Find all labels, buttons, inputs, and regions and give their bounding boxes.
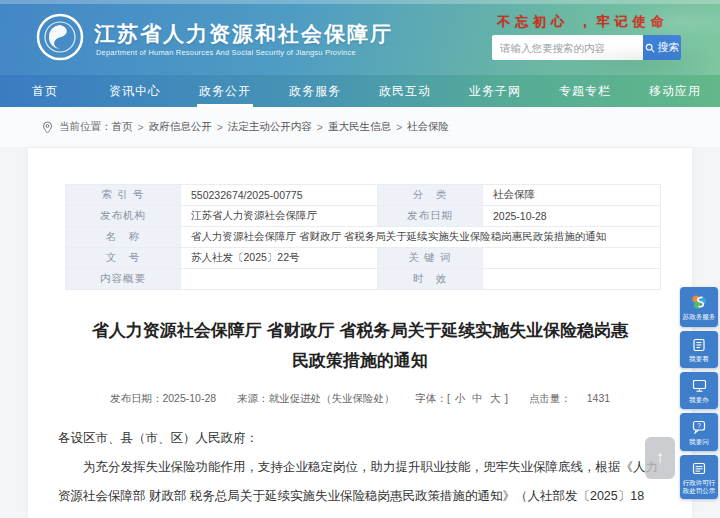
- nav-item-business-subnet[interactable]: 业务子网: [450, 75, 540, 107]
- su-gov-service-button[interactable]: 苏政务服务: [680, 287, 718, 327]
- search-bar: 搜索: [492, 35, 681, 60]
- font-size-small-button[interactable]: 小: [455, 392, 466, 404]
- gov-service-s-logo-icon: [690, 294, 708, 311]
- float-button-label: 我要问: [689, 438, 709, 446]
- validity-value: [483, 269, 661, 290]
- publish-date-value: 2025-10-28: [483, 206, 661, 227]
- source-value: 就业促进处（失业保险处）: [269, 392, 395, 404]
- validity-label: 时 效: [378, 269, 483, 290]
- content-card: 索 引 号 550232674/2025-00775 分 类 社会保障 发布机构…: [28, 148, 692, 518]
- breadcrumb-prefix: 当前位置：: [59, 120, 112, 134]
- search-icon: [645, 43, 655, 53]
- monitor-icon: [692, 377, 707, 394]
- department-logo-icon: [36, 13, 84, 61]
- index-number-label: 索 引 号: [66, 185, 181, 206]
- article-paragraph: 为充分发挥失业保险功能作用，支持企业稳定岗位，助力提升职业技能，兜牢失业保障底线…: [58, 453, 662, 518]
- i-want-ask-button[interactable]: ? 我要问: [680, 413, 718, 451]
- float-button-label: 行政许可行政处罚公示: [681, 479, 717, 495]
- summary-label: 内容概要: [66, 269, 181, 290]
- float-button-label: 苏政务服务: [683, 313, 716, 321]
- breadcrumb-link-home[interactable]: 首页: [112, 120, 133, 134]
- breadcrumb-separator: >: [217, 121, 223, 133]
- i-want-read-button[interactable]: 我要看: [680, 331, 718, 368]
- nav-item-home[interactable]: 首页: [0, 75, 90, 107]
- publish-date-meta-label: 发布日期：: [110, 392, 163, 404]
- table-row: 索 引 号 550232674/2025-00775 分 类 社会保障: [66, 185, 661, 206]
- svg-text:?: ?: [697, 422, 701, 429]
- main-nav: 首页 资讯中心 政务公开 政务服务 政民互动 业务子网 专题专栏 移动应用: [0, 75, 720, 107]
- document-info-table: 索 引 号 550232674/2025-00775 分 类 社会保障 发布机构…: [65, 184, 661, 290]
- search-button[interactable]: 搜索: [643, 35, 681, 60]
- float-button-label: 我要看: [689, 355, 709, 363]
- source-label: 来源：: [237, 392, 269, 404]
- header-banner: 江苏省人力资源和社会保障厅 Department of Human Resour…: [0, 0, 720, 75]
- publish-date-label: 发布日期: [378, 206, 483, 227]
- breadcrumb-link-statutory-content[interactable]: 法定主动公开内容: [228, 120, 312, 134]
- site-subtitle: Department of Human Resources And Social…: [96, 48, 356, 57]
- doc-number-value: 苏人社发〔2025〕22号: [181, 248, 378, 269]
- font-size-label: 字体：[: [415, 392, 449, 404]
- breadcrumb-link-info-disclosure[interactable]: 政府信息公开: [149, 120, 212, 134]
- question-bubble-icon: ?: [692, 419, 706, 436]
- floating-toolbar: 苏政务服务 我要看 我要办: [680, 287, 718, 499]
- float-button-label: 我要办: [689, 396, 709, 404]
- breadcrumb-separator: >: [138, 121, 144, 133]
- index-number-value: 550232674/2025-00775: [181, 185, 378, 206]
- font-size-medium-button[interactable]: 中: [472, 392, 483, 404]
- breadcrumb-link-livelihood-info[interactable]: 重大民生信息: [328, 120, 391, 134]
- article-meta: 发布日期：2025-10-28 来源：就业促进处（失业保险处） 字体：[ 小 中…: [28, 392, 692, 406]
- slogan-text: 不忘初心 ，牢记使命: [497, 13, 687, 31]
- breadcrumb-separator: >: [396, 121, 402, 133]
- article-body: 各设区市、县（市、区）人民政府： 为充分发挥失业保险功能作用，支持企业稳定岗位，…: [58, 424, 662, 518]
- doc-number-label: 文 号: [66, 248, 181, 269]
- nav-item-gov-disclosure[interactable]: 政务公开: [180, 75, 270, 107]
- nav-item-mobile-apps[interactable]: 移动应用: [630, 75, 720, 107]
- page: 江苏省人力资源和社会保障厅 Department of Human Resour…: [0, 0, 720, 518]
- list-icon: [692, 460, 706, 477]
- nav-item-news-center[interactable]: 资讯中心: [90, 75, 180, 107]
- nav-item-interaction[interactable]: 政民互动: [360, 75, 450, 107]
- keywords-label: 关 键 词: [378, 248, 483, 269]
- i-want-do-button[interactable]: 我要办: [680, 372, 718, 409]
- hits-label: 点击量：: [529, 392, 571, 404]
- nav-item-gov-services[interactable]: 政务服务: [270, 75, 360, 107]
- location-pin-icon: [42, 121, 53, 134]
- book-icon: [692, 336, 706, 353]
- category-label: 分 类: [378, 185, 483, 206]
- agency-value: 江苏省人力资源社会保障厅: [181, 206, 378, 227]
- agency-label: 发布机构: [66, 206, 181, 227]
- article-salutation: 各设区市、县（市、区）人民政府：: [58, 424, 662, 453]
- table-row: 发布机构 江苏省人力资源社会保障厅 发布日期 2025-10-28: [66, 206, 661, 227]
- search-input[interactable]: [492, 35, 643, 60]
- table-row: 内容概要 时 效: [66, 269, 661, 290]
- font-size-large-button[interactable]: 大: [490, 392, 501, 404]
- hits-value: 1431: [587, 392, 610, 404]
- font-size-label-close: ]: [505, 392, 508, 404]
- name-value: 省人力资源社会保障厅 省财政厅 省税务局关于延续实施失业保险稳岗惠民政策措施的通…: [181, 227, 661, 248]
- publish-date-meta-value: 2025-10-28: [162, 392, 216, 404]
- keywords-value: [483, 248, 661, 269]
- breadcrumb-current-social-insurance[interactable]: 社会保险: [407, 120, 449, 134]
- breadcrumb: 当前位置： 首页 > 政府信息公开 > 法定主动公开内容 > 重大民生信息 > …: [0, 107, 720, 147]
- table-row: 名 称 省人力资源社会保障厅 省财政厅 省税务局关于延续实施失业保险稳岗惠民政策…: [66, 227, 661, 248]
- summary-value: [181, 269, 378, 290]
- admin-permit-publicity-button[interactable]: 行政许可行政处罚公示: [680, 455, 718, 499]
- site-title: 江苏省人力资源和社会保障厅: [94, 20, 393, 48]
- category-value: 社会保障: [483, 185, 661, 206]
- back-to-top-button[interactable]: ↑: [645, 437, 675, 479]
- search-button-label: 搜索: [658, 40, 680, 55]
- up-arrow-icon: ↑: [656, 448, 665, 468]
- article-title: 省人力资源社会保障厅 省财政厅 省税务局关于延续实施失业保险稳岗惠民政策措施的通…: [88, 316, 632, 376]
- breadcrumb-separator: >: [317, 121, 323, 133]
- table-row: 文 号 苏人社发〔2025〕22号 关 键 词: [66, 248, 661, 269]
- name-label: 名 称: [66, 227, 181, 248]
- nav-item-special-columns[interactable]: 专题专栏: [540, 75, 630, 107]
